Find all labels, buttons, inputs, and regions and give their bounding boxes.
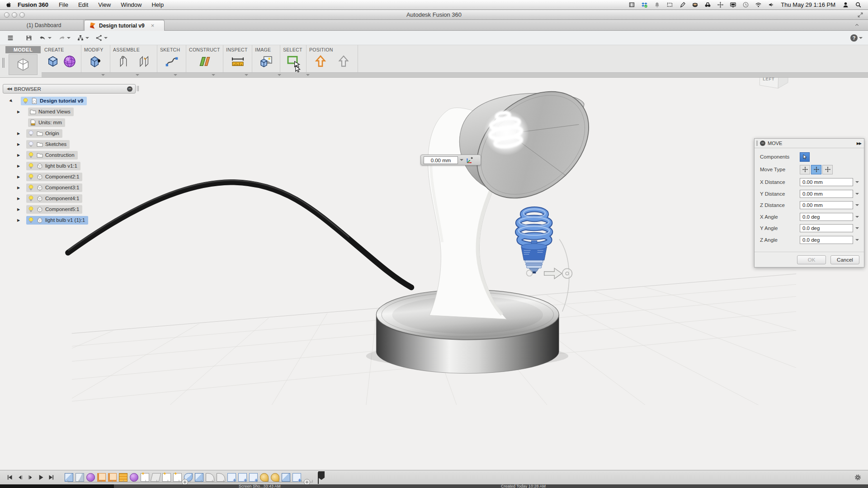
joint-a-tool-button[interactable] [116, 54, 131, 69]
ribbon-group-dropdown-icon[interactable] [212, 74, 215, 76]
tab-dashboard[interactable]: (1) Dashboard [5, 20, 84, 31]
dialog-expand-icon[interactable]: ▶▶ [857, 141, 861, 145]
tree-expand-icon[interactable]: ▶ [17, 175, 20, 179]
ok-button[interactable]: OK [797, 255, 826, 264]
ribbon-group-dropdown-icon[interactable] [306, 74, 310, 76]
help-button[interactable]: ? [850, 34, 863, 42]
browser-panel-header[interactable]: ◀◀ BROWSER − [3, 84, 136, 94]
move-type-translate-button[interactable] [800, 165, 810, 174]
tree-expand-icon[interactable]: ▶ [17, 218, 20, 222]
sphere-tool-button[interactable] [62, 54, 77, 69]
browser-collapse-icon[interactable]: ◀◀ [7, 87, 11, 91]
save-button[interactable] [25, 34, 33, 42]
tab-design-tutorial[interactable]: Design tutorial v9 × [84, 20, 165, 31]
bulb-on-icon[interactable] [28, 216, 34, 224]
tree-item-component4-1[interactable]: ▶Component4:1 [3, 193, 138, 204]
pen-icon[interactable] [678, 1, 687, 9]
bulb-on-icon[interactable] [22, 97, 29, 104]
tree-expand-icon[interactable]: ▶ [17, 164, 20, 168]
tree-expand-icon[interactable]: ▶ [17, 142, 20, 146]
notifications-icon[interactable] [652, 1, 661, 9]
bulb-on-icon[interactable] [28, 162, 34, 169]
workspace-tab-model[interactable]: MODEL [5, 46, 41, 76]
dimension-dropdown-icon[interactable] [460, 159, 463, 161]
field-value-input[interactable]: 0.00 mm [800, 201, 853, 209]
app-menu[interactable]: Fusion 360 [12, 1, 54, 8]
field-value-input[interactable]: 0.0 deg [800, 224, 853, 232]
bulb-off-icon[interactable] [28, 141, 34, 148]
field-value-input[interactable]: 0.00 mm [800, 178, 853, 186]
ribbon-grip[interactable] [2, 58, 5, 68]
tree-expand-icon[interactable]: ▶ [17, 110, 20, 114]
move-type-point-button[interactable] [822, 165, 833, 174]
bulb-on-icon[interactable] [28, 184, 34, 191]
tree-item-component2-1[interactable]: ▶Component2:1 [3, 171, 138, 182]
spotlight-icon[interactable] [854, 1, 863, 9]
bulb-on-icon[interactable] [28, 206, 34, 213]
volume-icon[interactable] [766, 1, 775, 9]
cancel-button[interactable]: Cancel [830, 255, 859, 264]
tree-item-named-views[interactable]: ▶Named Views [3, 106, 138, 117]
field-dropdown-icon[interactable] [853, 201, 859, 209]
joint-b-tool-button[interactable] [136, 54, 151, 69]
main-menu-icon[interactable] [6, 34, 14, 42]
field-value-input[interactable]: 0.0 deg [800, 213, 853, 221]
film-icon[interactable] [627, 1, 636, 9]
ribbon-group-dropdown-icon[interactable] [278, 74, 281, 76]
dimension-value-input[interactable]: 0.00 mm [424, 156, 458, 164]
browser-resize-grip[interactable] [137, 86, 139, 91]
tree-item-units-mm[interactable]: Units: mm [3, 117, 138, 128]
tree-item-origin[interactable]: ▶Origin [3, 128, 138, 139]
menu-item-edit[interactable]: Edit [73, 1, 93, 8]
spline-tool-button[interactable] [164, 54, 179, 69]
menu-bar-clock[interactable]: Thu May 29 1:16 PM [781, 1, 835, 8]
tree-item-design-tutorial-v9[interactable]: ▶Design tutorial v9 [3, 95, 138, 106]
tree-item-light-bulb-v1-1[interactable]: ▶light bulb v1:1 [3, 160, 138, 171]
field-dropdown-icon[interactable] [853, 178, 859, 186]
tree-expand-icon[interactable]: ▶ [17, 197, 20, 201]
cube-tool-button[interactable] [45, 54, 61, 69]
press-pull-tool-button[interactable] [88, 54, 104, 69]
field-value-input[interactable]: 0.00 mm [800, 190, 853, 198]
field-dropdown-icon[interactable] [853, 236, 859, 244]
selected-light-bulb[interactable] [518, 209, 550, 273]
app-icon[interactable] [690, 1, 699, 9]
bulb-off-icon[interactable] [28, 130, 34, 137]
tree-expand-icon[interactable]: ▶ [17, 131, 20, 136]
user-icon[interactable] [841, 1, 850, 9]
tree-expand-icon[interactable]: ▶ [17, 186, 20, 190]
fullscreen-icon[interactable] [857, 12, 863, 18]
view-cube[interactable]: LEFT FRONT [760, 78, 788, 88]
timeline-ruler[interactable] [0, 470, 335, 485]
bulb-on-icon[interactable] [28, 173, 34, 180]
move-icon[interactable] [716, 1, 725, 9]
tree-expand-icon[interactable]: ▶ [9, 99, 14, 103]
menu-item-file[interactable]: File [54, 1, 73, 8]
measure-tool-button[interactable] [230, 54, 245, 69]
binoculars-icon[interactable] [703, 1, 712, 9]
ribbon-group-dropdown-icon[interactable] [245, 74, 248, 76]
planes-tool-button[interactable] [197, 54, 212, 69]
capture-position-tool-button[interactable] [313, 54, 328, 69]
dropbox-icon[interactable] [640, 1, 649, 9]
field-dropdown-icon[interactable] [853, 190, 859, 198]
collapse-toolbar-icon[interactable] [854, 23, 860, 28]
ribbon-group-dropdown-icon[interactable] [101, 74, 105, 76]
revert-position-tool-button[interactable] [336, 54, 351, 69]
marquee-icon[interactable] [665, 1, 674, 9]
share-button[interactable] [95, 34, 108, 42]
browser-minimize-icon[interactable]: − [127, 86, 132, 92]
ribbon-group-dropdown-icon[interactable] [174, 74, 177, 76]
apple-menu-icon[interactable] [5, 1, 12, 9]
time-machine-icon[interactable] [741, 1, 750, 9]
field-value-input[interactable]: 0.0 deg [800, 236, 853, 244]
undo-button[interactable] [39, 34, 52, 42]
tree-expand-icon[interactable]: ▶ [17, 153, 20, 157]
components-select-button[interactable] [800, 152, 810, 162]
bulb-on-icon[interactable] [28, 195, 34, 202]
dialog-grip-icon[interactable] [756, 141, 758, 146]
move-type-components-button[interactable] [811, 165, 821, 174]
wifi-icon[interactable] [754, 1, 763, 9]
tree-item-component3-1[interactable]: ▶Component3:1 [3, 182, 138, 193]
field-dropdown-icon[interactable] [853, 224, 859, 232]
